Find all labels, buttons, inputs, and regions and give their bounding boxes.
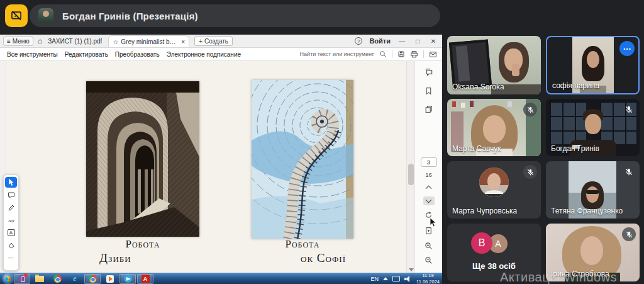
help-icon[interactable]: ? — [355, 37, 362, 45]
save-icon[interactable] — [397, 50, 405, 58]
taskbar-chrome-2[interactable] — [84, 274, 101, 284]
display-icon[interactable] — [392, 276, 400, 281]
tray-time: 11:19 — [416, 273, 440, 278]
pdf-menu-button[interactable]: ≡ Меню — [3, 37, 33, 46]
shelf-toys-decor — [452, 101, 456, 107]
toolbar-all-tools[interactable]: Все инструменты — [7, 51, 58, 58]
text-box-tool-icon[interactable]: A — [5, 227, 17, 238]
taskbar-acrobat[interactable]: A — [137, 274, 153, 284]
presenter-avatar — [38, 8, 53, 23]
presenter-banner: Богдан Гринів (Презентація) — [30, 4, 440, 27]
person-face — [483, 115, 506, 143]
speaker-icon[interactable] — [404, 276, 412, 282]
toolbar-esign[interactable]: Электронное подписание — [167, 51, 241, 58]
select-tool[interactable] — [5, 177, 17, 188]
previous-page-button[interactable] — [426, 186, 432, 192]
page-number-input[interactable]: 3 — [421, 157, 437, 167]
zoom-in-icon[interactable] — [425, 241, 433, 253]
participant-tile[interactable]: Марта Чупровська — [447, 161, 541, 219]
avatar — [479, 168, 509, 197]
participant-tile[interactable]: Oksana Soroka — [447, 36, 541, 94]
participant-name: Тетяна Французенко — [551, 207, 623, 215]
sunglasses — [586, 190, 599, 194]
person-face — [580, 236, 603, 265]
scroll-down-arrow[interactable] — [409, 268, 414, 271]
caption-left-name: Дзиби — [99, 251, 131, 265]
toolbar-convert[interactable]: Преобразовать — [115, 51, 160, 58]
taskbar-media-app[interactable] — [102, 274, 118, 284]
person-face — [586, 186, 599, 203]
folder-icon — [35, 276, 44, 282]
star-icon[interactable]: ☆ — [113, 38, 118, 45]
stamp-tool-icon[interactable] — [5, 240, 17, 251]
home-icon[interactable]: ⌂ — [38, 37, 42, 45]
page-total: 16 — [425, 171, 432, 178]
system-tray: EN 11:19 11.06.2024 — [371, 273, 443, 284]
show-hidden-icons[interactable] — [383, 277, 388, 280]
person-face — [587, 51, 599, 68]
minimize-button[interactable]: — — [397, 38, 406, 45]
mic-off-icon — [523, 103, 537, 116]
pdf-tool-palette: A ⋯ — [3, 174, 19, 271]
participant-tile[interactable]: Тетяна Французенко — [546, 161, 640, 219]
search-icon[interactable] — [379, 50, 387, 58]
internet-explorer-icon: e — [73, 274, 76, 283]
participant-tile[interactable]: Богдан Гринів — [546, 99, 640, 156]
participant-name: Богдан Гринів — [551, 144, 599, 153]
tile-options-button[interactable]: ⋯ — [619, 41, 635, 56]
presentation-off-icon — [10, 9, 23, 22]
scrollbar-thumb[interactable] — [408, 164, 414, 185]
taskbar-chrome[interactable] — [49, 274, 65, 284]
mouse-cursor — [430, 217, 436, 230]
highlighter-tool-icon[interactable] — [5, 215, 17, 225]
vertical-scrollbar[interactable] — [406, 61, 414, 273]
pages-panel-icon[interactable] — [425, 105, 433, 116]
chrome-icon — [53, 275, 62, 283]
stop-presenting-button[interactable] — [5, 4, 28, 27]
language-indicator[interactable]: EN — [371, 276, 379, 282]
windows-logo-icon — [4, 275, 11, 282]
comment-tool-icon[interactable] — [5, 190, 17, 200]
tab-zahist[interactable]: ЗАХИСТ (1) (1).pdf — [48, 38, 102, 45]
sign-in-button[interactable]: Войти — [369, 37, 391, 45]
zoom-out-icon[interactable] — [425, 256, 433, 267]
hamburger-icon: ≡ — [7, 38, 11, 45]
windows-taskbar: e A EN 11:19 11.06.2024 — [0, 273, 442, 284]
tab-close-icon[interactable]: × — [181, 38, 185, 45]
presenter-name: Богдан Гринів (Презентація) — [62, 11, 198, 21]
toolbar-edit[interactable]: Редактировать — [65, 51, 108, 58]
participant-tile[interactable]: Марта Савчук — [447, 99, 541, 156]
more-tools-icon[interactable]: ⋯ — [5, 253, 17, 263]
maximize-button[interactable]: □ — [413, 38, 422, 45]
artwork-arched-corridor — [86, 81, 199, 237]
menu-label: Меню — [13, 38, 30, 45]
chevron-down-icon — [426, 197, 432, 203]
shelf-toys-decor — [470, 101, 474, 107]
taskbar-internet-explorer[interactable]: e — [67, 274, 83, 284]
caption-right-title: Робота — [252, 238, 353, 251]
comments-panel-icon[interactable] — [425, 68, 433, 79]
active-tab-label: Grey minimalist busi... — [121, 38, 179, 45]
print-icon[interactable] — [410, 50, 418, 59]
taskbar-viber[interactable] — [14, 274, 30, 284]
pdf-window: ≡ Меню ⌂ ЗАХИСТ (1) (1).pdf ☆ Grey minim… — [0, 35, 442, 273]
next-page-button[interactable] — [423, 196, 435, 205]
taskbar-telegram[interactable] — [119, 274, 136, 284]
bookmarks-panel-icon[interactable] — [425, 86, 433, 98]
create-label: Создать — [204, 38, 228, 45]
clock[interactable]: 11:19 11.06.2024 — [416, 273, 440, 284]
create-button[interactable]: + Создать — [194, 37, 233, 46]
mail-icon[interactable] — [429, 50, 437, 59]
artwork-spiral-staircase — [252, 80, 353, 239]
pencil-tool-icon[interactable] — [5, 202, 17, 213]
taskbar-explorer[interactable] — [31, 274, 48, 284]
mic-off-icon — [622, 103, 636, 116]
close-button[interactable]: ✕ — [429, 38, 438, 45]
start-button[interactable] — [3, 274, 13, 283]
pdf-tabbar: ≡ Меню ⌂ ЗАХИСТ (1) (1).pdf ☆ Grey minim… — [0, 35, 442, 48]
participant-tile[interactable]: ⋯ софія парипа — [546, 36, 640, 94]
tray-date: 11.06.2024 — [416, 279, 440, 284]
tab-grey-minimalist[interactable]: ☆ Grey minimalist busi... × — [108, 35, 189, 47]
mic-off-icon — [523, 165, 537, 179]
search-input[interactable]: Найти текст или инструмент — [300, 51, 374, 57]
